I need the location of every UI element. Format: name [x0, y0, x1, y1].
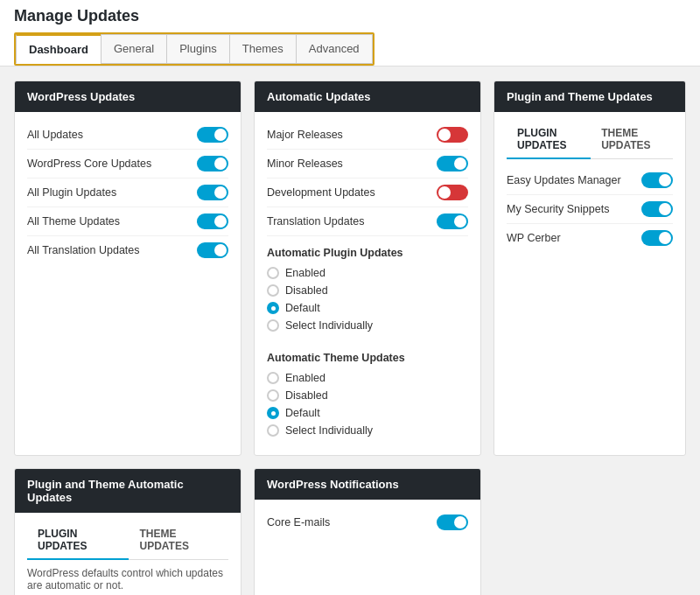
radio-row: Disabled [267, 282, 468, 299]
all-plugin-updates-label: All Plugin Updates [27, 186, 116, 199]
plugin-auto-updates-header: Plugin and Theme Automatic Updates [15, 469, 241, 513]
toggle-row: WordPress Core Updates [27, 150, 228, 178]
page-header: Manage Updates Dashboard General Plugins… [0, 0, 700, 66]
tab-advanced[interactable]: Advanced [296, 34, 373, 64]
wordpress-updates-body: All Updates WordPress Core Updates All P… [15, 112, 241, 273]
toggle-row: Easy Updates Manager [507, 166, 673, 195]
auto-theme-updates-title: Automatic Theme Updates [267, 352, 468, 364]
inner-tab-plugin-auto[interactable]: PLUGIN UPDATES [27, 522, 129, 560]
all-updates-label: All Updates [27, 129, 83, 141]
wordpress-updates-card: WordPress Updates All Updates WordPress … [14, 80, 242, 456]
auto-plugin-updates-group: Automatic Plugin Updates Enabled Disable… [267, 236, 468, 341]
dev-updates-label: Development Updates [267, 186, 375, 199]
plugin-theme-updates-body: PLUGIN UPDATES THEME UPDATES Easy Update… [494, 112, 685, 261]
tabs-wrapper: Dashboard General Plugins Themes Advance… [14, 32, 374, 66]
wp-notifications-header: WordPress Notifications [255, 469, 480, 500]
tab-themes[interactable]: Themes [229, 34, 296, 64]
all-theme-updates-toggle[interactable] [197, 214, 228, 229]
toggle-row: All Updates [27, 121, 228, 150]
radio-enabled-plugin[interactable] [267, 267, 279, 279]
easy-updates-manager-label: Easy Updates Manager [507, 174, 621, 186]
all-translation-updates-toggle[interactable] [197, 242, 228, 258]
plugin-auto-updates-body: PLUGIN UPDATES THEME UPDATES WordPress d… [15, 513, 241, 595]
radio-default-plugin-label: Default [285, 302, 320, 314]
plugin-theme-inner-tabs: PLUGIN UPDATES THEME UPDATES [507, 121, 673, 159]
core-emails-toggle[interactable] [437, 514, 468, 530]
toggle-row: All Translation Updates [27, 236, 228, 264]
radio-default-theme-label: Default [285, 407, 320, 419]
dev-updates-toggle[interactable] [437, 185, 468, 200]
all-theme-updates-label: All Theme Updates [27, 215, 120, 228]
radio-row: Select Individually [267, 422, 468, 439]
toggle-row: Minor Releases [267, 150, 468, 178]
auto-theme-updates-group: Automatic Theme Updates Enabled Disabled… [267, 341, 468, 446]
wp-notifications-body: Core E-mails [255, 500, 480, 545]
toggle-row: WP Cerber [507, 224, 673, 252]
radio-enabled-plugin-label: Enabled [285, 267, 326, 279]
automatic-updates-card: Automatic Updates Major Releases Minor R… [254, 80, 481, 456]
minor-releases-toggle[interactable] [437, 156, 468, 172]
wordpress-updates-header: WordPress Updates [15, 81, 241, 112]
radio-row: Default [267, 299, 468, 317]
radio-row: Default [267, 404, 468, 422]
radio-row: Enabled [267, 369, 468, 387]
plugin-auto-inner-tabs: PLUGIN UPDATES THEME UPDATES [27, 522, 228, 560]
radio-row: Select Individually [267, 317, 468, 334]
radio-disabled-theme[interactable] [267, 389, 279, 402]
auto-plugin-updates-title: Automatic Plugin Updates [267, 247, 468, 259]
toggle-row: Core E-mails [267, 508, 468, 536]
radio-disabled-plugin[interactable] [267, 284, 279, 297]
plugin-theme-updates-header: Plugin and Theme Updates [494, 81, 685, 112]
radio-row: Enabled [267, 264, 468, 282]
inner-tab-theme-updates[interactable]: THEME UPDATES [591, 121, 673, 159]
radio-individually-plugin-label: Select Individually [285, 319, 373, 332]
my-security-snippets-label: My Security Snippets [507, 203, 609, 215]
toggle-row: Development Updates [267, 178, 468, 207]
inner-tab-plugin-updates[interactable]: PLUGIN UPDATES [507, 121, 591, 159]
translation-updates-toggle[interactable] [437, 214, 468, 229]
radio-individually-theme-label: Select Individually [285, 424, 373, 437]
wp-cerber-toggle[interactable] [641, 230, 673, 246]
page-title: Manage Updates [14, 7, 686, 25]
plugin-auto-updates-card: Plugin and Theme Automatic Updates PLUGI… [14, 468, 242, 595]
tab-plugins[interactable]: Plugins [166, 34, 229, 64]
radio-default-plugin[interactable] [267, 302, 279, 314]
toggle-row: All Theme Updates [27, 207, 228, 236]
wp-core-updates-toggle[interactable] [197, 156, 228, 172]
automatic-updates-header: Automatic Updates [255, 81, 480, 112]
all-translation-updates-label: All Translation Updates [27, 244, 140, 256]
radio-default-theme[interactable] [267, 407, 279, 419]
core-emails-label: Core E-mails [267, 516, 330, 528]
all-plugin-updates-toggle[interactable] [197, 185, 228, 200]
major-releases-label: Major Releases [267, 129, 343, 141]
inner-tab-theme-auto[interactable]: THEME UPDATES [129, 522, 228, 560]
wp-notifications-card: WordPress Notifications Core E-mails [254, 468, 481, 595]
radio-disabled-theme-label: Disabled [285, 389, 328, 402]
radio-individually-theme[interactable] [267, 424, 279, 437]
minor-releases-label: Minor Releases [267, 158, 343, 170]
toggle-row: All Plugin Updates [27, 178, 228, 207]
all-updates-toggle[interactable] [197, 127, 228, 143]
nav-tabs: Dashboard General Plugins Themes Advance… [16, 34, 373, 64]
wp-core-updates-label: WordPress Core Updates [27, 158, 151, 170]
toggle-row: Translation Updates [267, 207, 468, 236]
toggle-row: Major Releases [267, 121, 468, 150]
automatic-updates-body: Major Releases Minor Releases Developmen… [255, 112, 480, 455]
radio-individually-plugin[interactable] [267, 319, 279, 332]
toggle-row: My Security Snippets [507, 195, 673, 224]
radio-row: Disabled [267, 387, 468, 404]
radio-disabled-plugin-label: Disabled [285, 284, 328, 297]
my-security-snippets-toggle[interactable] [641, 201, 673, 217]
translation-updates-label: Translation Updates [267, 215, 364, 228]
plugin-auto-note: WordPress defaults control which updates… [27, 567, 228, 592]
tab-general[interactable]: General [101, 34, 166, 64]
main-content: WordPress Updates All Updates WordPress … [0, 66, 700, 595]
radio-enabled-theme-label: Enabled [285, 372, 326, 384]
wp-cerber-label: WP Cerber [507, 232, 561, 244]
major-releases-toggle[interactable] [437, 127, 468, 143]
radio-enabled-theme[interactable] [267, 372, 279, 384]
tab-dashboard[interactable]: Dashboard [16, 34, 101, 64]
plugin-theme-updates-card: Plugin and Theme Updates PLUGIN UPDATES … [494, 80, 686, 456]
easy-updates-manager-toggle[interactable] [641, 172, 673, 188]
